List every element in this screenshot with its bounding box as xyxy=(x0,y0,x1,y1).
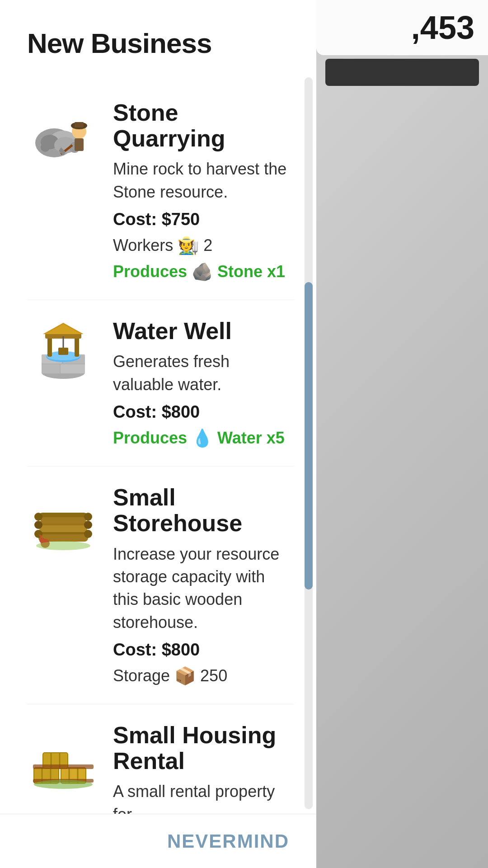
svg-rect-32 xyxy=(41,517,86,524)
nevermind-button[interactable]: NEVERMIND xyxy=(167,830,289,852)
svg-point-38 xyxy=(84,513,92,521)
water-well-produces: Produces 💧 Water x5 xyxy=(113,428,294,448)
header: New Business xyxy=(0,0,316,73)
svg-point-35 xyxy=(34,513,42,521)
stone-quarrying-produces: Produces 🪨 Stone x1 xyxy=(113,262,294,282)
business-item-stone-quarrying[interactable]: Stone Quarrying Mine rock to harvest the… xyxy=(27,82,294,300)
footer-bar: NEVERMIND xyxy=(0,814,316,868)
svg-rect-9 xyxy=(75,122,84,127)
scrollable-area[interactable]: Stone Quarrying Mine rock to harvest the… xyxy=(0,73,316,814)
svg-rect-7 xyxy=(75,138,84,151)
storehouse-info: Small Storehouse Increase your resource … xyxy=(113,485,294,686)
business-item-housing[interactable]: Small Housing Rental A small rental prop… xyxy=(27,704,294,814)
page-title: New Business xyxy=(27,27,294,59)
water-icon: 💧 xyxy=(192,428,213,448)
stone-quarrying-name: Stone Quarrying xyxy=(113,100,294,151)
business-item-water-well[interactable]: Water Well Generates fresh valuable wate… xyxy=(27,300,294,467)
storehouse-cost: Cost: $800 xyxy=(113,640,294,660)
stone-quarrying-info: Stone Quarrying Mine rock to harvest the… xyxy=(113,100,294,282)
scrollbar-track xyxy=(305,77,313,809)
water-well-icon xyxy=(27,318,99,391)
housing-info: Small Housing Rental A small rental prop… xyxy=(113,722,294,814)
stone-quarrying-workers: Workers 🧑‍🌾 2 xyxy=(113,236,294,255)
produces-label-sq: Produces xyxy=(113,262,187,281)
svg-point-34 xyxy=(34,521,42,529)
stone-quarrying-desc: Mine rock to harvest the Stone resource. xyxy=(113,158,294,203)
business-item-storehouse[interactable]: Small Storehouse Increase your resource … xyxy=(27,467,294,704)
stone-quarrying-icon xyxy=(27,100,99,172)
stone-resource: Stone x1 xyxy=(217,262,285,281)
storehouse-desc: Increase your resource storage capacity … xyxy=(113,543,294,634)
stone-quarrying-cost: Cost: $750 xyxy=(113,210,294,229)
svg-point-40 xyxy=(39,538,45,543)
water-well-info: Water Well Generates fresh valuable wate… xyxy=(113,318,294,448)
stone-icon: 🪨 xyxy=(192,262,213,282)
svg-marker-24 xyxy=(45,324,81,334)
svg-point-5 xyxy=(41,143,50,152)
svg-point-37 xyxy=(84,521,92,529)
svg-rect-16 xyxy=(42,364,60,373)
workers-label: Workers xyxy=(113,236,173,255)
housing-icon xyxy=(27,722,99,795)
water-well-cost: Cost: $800 xyxy=(113,402,294,422)
storehouse-storage: Storage 📦 250 xyxy=(113,666,294,686)
scrollbar-thumb[interactable] xyxy=(305,282,313,590)
workers-icon: 🧑‍🌾 xyxy=(178,236,199,255)
svg-rect-55 xyxy=(33,764,94,769)
items-list: Stone Quarrying Mine rock to harvest the… xyxy=(0,73,316,814)
svg-point-57 xyxy=(34,780,93,789)
currency-bar xyxy=(325,59,479,86)
svg-rect-26 xyxy=(58,348,68,355)
storage-label: Storage xyxy=(113,666,170,685)
currency-amount: ,453 xyxy=(411,9,474,46)
storehouse-name: Small Storehouse xyxy=(113,485,294,536)
storage-icon: 📦 xyxy=(174,666,196,686)
housing-desc: A small rental property for xyxy=(113,780,294,814)
svg-rect-30 xyxy=(39,525,87,532)
workers-value: 2 xyxy=(203,236,212,255)
produces-label-ww: Produces xyxy=(113,429,187,448)
top-right-widget: ,453 xyxy=(316,0,488,90)
currency-display: ,453 xyxy=(316,0,488,55)
water-well-name: Water Well xyxy=(113,318,294,344)
svg-point-36 xyxy=(84,530,92,538)
svg-rect-17 xyxy=(61,364,85,373)
storehouse-icon xyxy=(27,485,99,557)
main-panel: New Business xyxy=(0,0,316,868)
water-resource: Water x5 xyxy=(217,429,285,448)
water-well-desc: Generates fresh valuable water. xyxy=(113,350,294,396)
svg-point-42 xyxy=(36,541,90,550)
housing-name: Small Housing Rental xyxy=(113,722,294,774)
storage-value: 250 xyxy=(200,666,227,685)
